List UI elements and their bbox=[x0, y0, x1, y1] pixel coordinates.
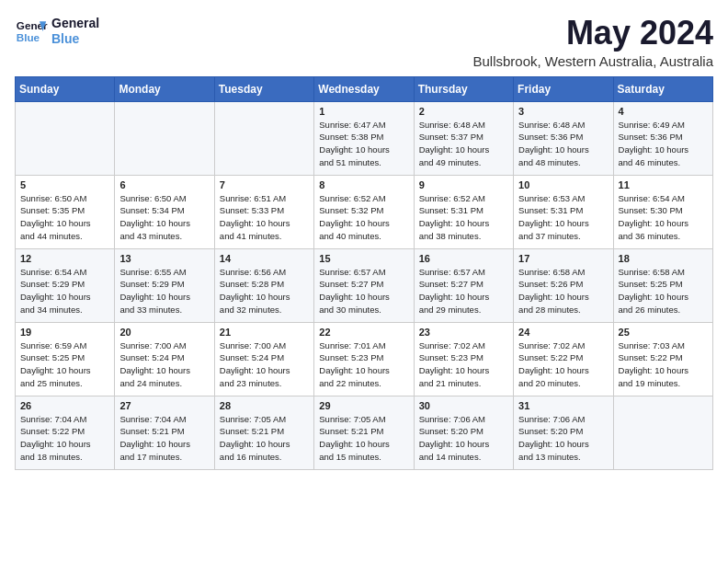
month-title: May 2024 bbox=[472, 15, 713, 52]
calendar-cell: 27Sunrise: 7:04 AMSunset: 5:21 PMDayligh… bbox=[115, 396, 214, 469]
day-info: Sunrise: 7:01 AMSunset: 5:23 PMDaylight:… bbox=[319, 339, 408, 390]
calendar-cell bbox=[214, 101, 313, 175]
calendar-cell: 28Sunrise: 7:05 AMSunset: 5:21 PMDayligh… bbox=[214, 396, 313, 469]
calendar-cell: 18Sunrise: 6:58 AMSunset: 5:25 PMDayligh… bbox=[613, 248, 712, 322]
calendar-cell: 14Sunrise: 6:56 AMSunset: 5:28 PMDayligh… bbox=[214, 248, 313, 322]
day-info: Sunrise: 6:57 AMSunset: 5:27 PMDaylight:… bbox=[319, 266, 408, 316]
day-number: 18 bbox=[619, 253, 708, 264]
header-saturday: Saturday bbox=[613, 76, 712, 101]
calendar-cell: 21Sunrise: 7:00 AMSunset: 5:24 PMDayligh… bbox=[214, 322, 313, 396]
calendar-cell: 31Sunrise: 7:06 AMSunset: 5:20 PMDayligh… bbox=[514, 396, 613, 469]
day-number: 6 bbox=[119, 179, 209, 190]
day-number: 25 bbox=[619, 327, 708, 338]
day-number: 2 bbox=[419, 106, 508, 117]
week-row-4: 19Sunrise: 6:59 AMSunset: 5:25 PMDayligh… bbox=[16, 322, 713, 396]
day-info: Sunrise: 6:50 AMSunset: 5:35 PMDaylight:… bbox=[20, 192, 109, 243]
header-tuesday: Tuesday bbox=[214, 76, 313, 101]
calendar-cell: 6Sunrise: 6:50 AMSunset: 5:34 PMDaylight… bbox=[115, 175, 214, 248]
calendar-cell: 25Sunrise: 7:03 AMSunset: 5:22 PMDayligh… bbox=[613, 322, 712, 396]
day-info: Sunrise: 6:48 AMSunset: 5:37 PMDaylight:… bbox=[419, 119, 508, 169]
day-info: Sunrise: 6:57 AMSunset: 5:27 PMDaylight:… bbox=[419, 266, 508, 316]
day-number: 7 bbox=[220, 179, 309, 190]
day-number: 24 bbox=[518, 327, 608, 338]
header-thursday: Thursday bbox=[414, 76, 513, 101]
calendar-cell: 5Sunrise: 6:50 AMSunset: 5:35 PMDaylight… bbox=[16, 175, 115, 248]
day-info: Sunrise: 6:50 AMSunset: 5:34 PMDaylight:… bbox=[119, 192, 209, 243]
calendar-cell: 13Sunrise: 6:55 AMSunset: 5:29 PMDayligh… bbox=[115, 248, 214, 322]
calendar-cell: 16Sunrise: 6:57 AMSunset: 5:27 PMDayligh… bbox=[414, 248, 513, 322]
calendar-cell: 22Sunrise: 7:01 AMSunset: 5:23 PMDayligh… bbox=[314, 322, 414, 396]
day-info: Sunrise: 6:52 AMSunset: 5:31 PMDaylight:… bbox=[419, 192, 508, 243]
day-number: 14 bbox=[220, 253, 309, 264]
day-info: Sunrise: 6:51 AMSunset: 5:33 PMDaylight:… bbox=[220, 192, 309, 243]
calendar-cell: 24Sunrise: 7:02 AMSunset: 5:22 PMDayligh… bbox=[514, 322, 613, 396]
week-row-2: 5Sunrise: 6:50 AMSunset: 5:35 PMDaylight… bbox=[16, 175, 713, 248]
calendar-cell: 4Sunrise: 6:49 AMSunset: 5:36 PMDaylight… bbox=[613, 101, 712, 175]
day-number: 22 bbox=[319, 327, 408, 338]
logo-line1: General bbox=[51, 16, 99, 31]
calendar-cell bbox=[613, 396, 712, 469]
calendar-cell: 2Sunrise: 6:48 AMSunset: 5:37 PMDaylight… bbox=[414, 101, 513, 175]
day-number: 23 bbox=[419, 327, 508, 338]
day-info: Sunrise: 6:48 AMSunset: 5:36 PMDaylight:… bbox=[518, 119, 608, 169]
calendar-cell: 19Sunrise: 6:59 AMSunset: 5:25 PMDayligh… bbox=[16, 322, 115, 396]
day-info: Sunrise: 7:02 AMSunset: 5:22 PMDaylight:… bbox=[518, 339, 608, 390]
calendar-cell: 20Sunrise: 7:00 AMSunset: 5:24 PMDayligh… bbox=[115, 322, 214, 396]
day-number: 27 bbox=[119, 400, 209, 411]
header-sunday: Sunday bbox=[16, 76, 115, 101]
day-info: Sunrise: 6:54 AMSunset: 5:30 PMDaylight:… bbox=[619, 192, 708, 243]
logo-line2: Blue bbox=[51, 31, 99, 47]
calendar-cell: 1Sunrise: 6:47 AMSunset: 5:38 PMDaylight… bbox=[314, 101, 414, 175]
day-info: Sunrise: 6:52 AMSunset: 5:32 PMDaylight:… bbox=[319, 192, 408, 243]
header-friday: Friday bbox=[514, 76, 613, 101]
day-info: Sunrise: 6:58 AMSunset: 5:26 PMDaylight:… bbox=[518, 266, 608, 316]
week-row-5: 26Sunrise: 7:04 AMSunset: 5:22 PMDayligh… bbox=[16, 396, 713, 469]
day-info: Sunrise: 6:59 AMSunset: 5:25 PMDaylight:… bbox=[20, 339, 109, 390]
day-number: 21 bbox=[220, 327, 309, 338]
day-number: 11 bbox=[619, 179, 708, 190]
calendar-cell: 29Sunrise: 7:05 AMSunset: 5:21 PMDayligh… bbox=[314, 396, 414, 469]
header-monday: Monday bbox=[115, 76, 214, 101]
day-number: 8 bbox=[319, 179, 408, 190]
calendar-cell: 7Sunrise: 6:51 AMSunset: 5:33 PMDaylight… bbox=[214, 175, 313, 248]
day-info: Sunrise: 6:58 AMSunset: 5:25 PMDaylight:… bbox=[619, 266, 708, 316]
day-number: 9 bbox=[419, 179, 508, 190]
header-wednesday: Wednesday bbox=[314, 76, 414, 101]
day-number: 1 bbox=[319, 106, 408, 117]
day-info: Sunrise: 7:05 AMSunset: 5:21 PMDaylight:… bbox=[319, 413, 408, 464]
calendar-cell: 12Sunrise: 6:54 AMSunset: 5:29 PMDayligh… bbox=[16, 248, 115, 322]
day-info: Sunrise: 7:05 AMSunset: 5:21 PMDaylight:… bbox=[220, 413, 309, 464]
calendar-cell: 17Sunrise: 6:58 AMSunset: 5:26 PMDayligh… bbox=[514, 248, 613, 322]
calendar-cell bbox=[115, 101, 214, 175]
day-number: 15 bbox=[319, 253, 408, 264]
day-number: 31 bbox=[518, 400, 608, 411]
day-number: 3 bbox=[518, 106, 608, 117]
day-number: 30 bbox=[419, 400, 508, 411]
location: Bullsbrook, Western Australia, Australia bbox=[472, 53, 713, 69]
calendar-cell: 3Sunrise: 6:48 AMSunset: 5:36 PMDaylight… bbox=[514, 101, 613, 175]
day-info: Sunrise: 7:02 AMSunset: 5:23 PMDaylight:… bbox=[419, 339, 508, 390]
week-row-3: 12Sunrise: 6:54 AMSunset: 5:29 PMDayligh… bbox=[16, 248, 713, 322]
calendar-cell: 8Sunrise: 6:52 AMSunset: 5:32 PMDaylight… bbox=[314, 175, 414, 248]
calendar-cell: 15Sunrise: 6:57 AMSunset: 5:27 PMDayligh… bbox=[314, 248, 414, 322]
svg-text:Blue: Blue bbox=[17, 31, 40, 43]
day-number: 26 bbox=[20, 400, 109, 411]
logo-icon: General Blue bbox=[15, 15, 48, 48]
calendar-cell: 26Sunrise: 7:04 AMSunset: 5:22 PMDayligh… bbox=[16, 396, 115, 469]
day-number: 28 bbox=[220, 400, 309, 411]
day-info: Sunrise: 6:56 AMSunset: 5:28 PMDaylight:… bbox=[220, 266, 309, 316]
day-info: Sunrise: 6:47 AMSunset: 5:38 PMDaylight:… bbox=[319, 119, 408, 169]
calendar-cell bbox=[16, 101, 115, 175]
day-number: 19 bbox=[20, 327, 109, 338]
calendar-header-row: SundayMondayTuesdayWednesdayThursdayFrid… bbox=[16, 76, 713, 101]
day-info: Sunrise: 6:55 AMSunset: 5:29 PMDaylight:… bbox=[119, 266, 209, 316]
day-number: 12 bbox=[20, 253, 109, 264]
calendar-cell: 30Sunrise: 7:06 AMSunset: 5:20 PMDayligh… bbox=[414, 396, 513, 469]
calendar-cell: 23Sunrise: 7:02 AMSunset: 5:23 PMDayligh… bbox=[414, 322, 513, 396]
day-number: 13 bbox=[119, 253, 209, 264]
day-info: Sunrise: 7:04 AMSunset: 5:22 PMDaylight:… bbox=[20, 413, 109, 464]
title-block: May 2024 Bullsbrook, Western Australia, … bbox=[472, 15, 713, 69]
day-number: 5 bbox=[20, 179, 109, 190]
day-number: 20 bbox=[119, 327, 209, 338]
day-info: Sunrise: 6:49 AMSunset: 5:36 PMDaylight:… bbox=[619, 119, 708, 169]
